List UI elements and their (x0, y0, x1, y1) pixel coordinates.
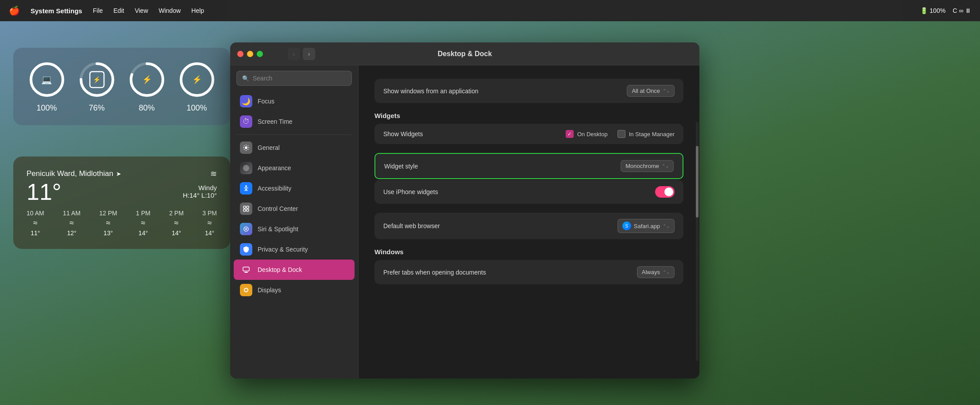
forward-button[interactable]: › (303, 48, 315, 60)
weather-temp: 11° (27, 180, 62, 203)
sidebar-label-siri-spotlight: Siri & Spotlight (258, 225, 298, 233)
sidebar-label-control-center: Control Center (258, 205, 298, 212)
windows-section-title: Windows (374, 248, 683, 256)
iphone-widgets-group: Use iPhone widgets (374, 180, 683, 204)
siri-icon (240, 223, 252, 235)
weather-forecast: 10 AM≈11° 11 AM≈12° 12 PM≈13° 1 PM≈14° 2… (27, 210, 217, 237)
minimize-button[interactable] (247, 51, 253, 57)
control-center-icon (240, 202, 252, 215)
menu-view[interactable]: View (135, 7, 148, 14)
iphone-widgets-toggle[interactable] (655, 186, 675, 198)
weather-location: Penicuik Ward, Midlothian ➤ ≋ (27, 169, 217, 179)
sidebar-item-siri-spotlight[interactable]: Siri & Spotlight (234, 219, 355, 239)
menu-edit[interactable]: Edit (113, 7, 124, 14)
default-browser-row: Default web browser S Safari.app ⌃⌄ (374, 213, 683, 239)
show-windows-select[interactable]: All at Once ⌃⌄ (627, 85, 675, 97)
svg-point-9 (243, 165, 249, 171)
sidebar-label-desktop-dock: Desktop & Dock (258, 266, 302, 273)
displays-icon (240, 284, 252, 296)
show-windows-group: Show windows from an application All at … (374, 79, 683, 103)
fullscreen-button[interactable] (257, 51, 263, 57)
nav-arrows: ‹ › (288, 48, 315, 60)
sidebar-item-accessibility[interactable]: Accessibility (234, 178, 355, 199)
general-icon (240, 141, 252, 154)
sidebar-label-appearance: Appearance (258, 164, 291, 172)
accessibility-icon (240, 182, 252, 195)
svg-rect-13 (243, 209, 246, 211)
appearance-icon (240, 162, 252, 174)
chevron-updown-icon: ⌃⌄ (663, 88, 670, 93)
show-widgets-row: Show Widgets ✓ On Desktop In Stage Manag… (374, 124, 683, 144)
svg-point-8 (245, 146, 247, 149)
prefer-tabs-row: Prefer tabs when opening documents Alway… (374, 260, 683, 284)
show-widgets-checkboxes: ✓ On Desktop In Stage Manager (566, 130, 675, 138)
weather-condition: Windy H:14° L:10° (183, 184, 217, 199)
battery-item-left: ⚡ 80% (127, 60, 166, 113)
sidebar-label-screen-time: Screen Time (258, 118, 293, 125)
in-stage-manager-label: In Stage Manager (629, 131, 675, 138)
content-area: Show windows from an application All at … (359, 65, 699, 378)
traffic-lights[interactable] (237, 51, 263, 57)
battery-item-macbook: 💻 100% (27, 60, 66, 113)
sidebar-item-privacy-security[interactable]: Privacy & Security (234, 239, 355, 260)
svg-point-10 (245, 185, 247, 187)
widget-style-row: Widget style Monochrome ⌃⌄ (374, 153, 683, 179)
chevron-updown-icon2: ⌃⌄ (662, 164, 669, 168)
scrollbar-thumb[interactable] (696, 146, 698, 218)
show-windows-value: All at Once (632, 88, 660, 94)
widget-style-label: Widget style (384, 163, 418, 170)
show-windows-row: Show windows from an application All at … (374, 79, 683, 103)
scrollbar-track (696, 122, 698, 361)
back-button[interactable]: ‹ (288, 48, 300, 60)
chevron-updown-icon3: ⌃⌄ (663, 224, 670, 229)
battery-item-right: ⚡ 100% (177, 60, 216, 113)
prefer-tabs-value: Always (642, 269, 660, 275)
sidebar-item-control-center[interactable]: Control Center (234, 199, 355, 219)
sidebar-item-appearance[interactable]: Appearance (234, 158, 355, 178)
windows-group: Prefer tabs when opening documents Alway… (374, 260, 683, 284)
sidebar-item-general[interactable]: General (234, 138, 355, 158)
menubar-right: 🔋 100% C ∞ ⏸ (920, 7, 971, 14)
menu-window[interactable]: Window (159, 7, 181, 14)
search-icon: 🔍 (242, 75, 249, 82)
menubar-battery: 🔋 100% (920, 7, 945, 14)
default-browser-label: Default web browser (383, 222, 440, 229)
sidebar-label-displays: Displays (258, 287, 281, 294)
menubar: 🍎 System Settings File Edit View Window … (0, 0, 980, 21)
widgets-group: Show Widgets ✓ On Desktop In Stage Manag… (374, 124, 683, 144)
svg-rect-14 (247, 209, 249, 211)
menu-help[interactable]: Help (191, 7, 204, 14)
battery-item-case: ⚡ 76% (77, 60, 116, 113)
sidebar-item-desktop-dock[interactable]: Desktop & Dock (234, 260, 355, 280)
iphone-widgets-label: Use iPhone widgets (383, 188, 438, 195)
svg-rect-18 (244, 272, 248, 273)
default-browser-value: Safari.app (634, 223, 660, 229)
prefer-tabs-label: Prefer tabs when opening documents (383, 269, 486, 276)
apple-menu[interactable]: 🍎 (9, 5, 20, 16)
sidebar: 🔍 Search 🌙 Focus ⏱ Screen Time General (230, 65, 359, 378)
menu-file[interactable]: File (93, 7, 103, 14)
close-button[interactable] (237, 51, 243, 57)
weather-widget: Penicuik Ward, Midlothian ➤ ≋ 11° Windy … (13, 157, 230, 249)
search-field[interactable]: 🔍 Search (236, 71, 352, 86)
default-browser-select[interactable]: S Safari.app ⌃⌄ (617, 219, 675, 233)
widget-style-select[interactable]: Monochrome ⌃⌄ (621, 160, 674, 172)
svg-rect-17 (243, 267, 249, 271)
default-browser-group: Default web browser S Safari.app ⌃⌄ (374, 213, 683, 239)
svg-rect-11 (243, 206, 246, 208)
window-title: Desktop & Dock (438, 50, 492, 58)
safari-icon: S (622, 222, 631, 230)
prefer-tabs-select[interactable]: Always ⌃⌄ (637, 266, 675, 278)
sidebar-item-screen-time[interactable]: ⏱ Screen Time (234, 111, 355, 132)
show-windows-label: Show windows from an application (383, 88, 478, 95)
search-placeholder: Search (253, 75, 272, 82)
sidebar-item-focus[interactable]: 🌙 Focus (234, 91, 355, 111)
chevron-updown-icon4: ⌃⌄ (663, 270, 670, 275)
on-desktop-checkbox[interactable]: ✓ (566, 130, 574, 138)
sidebar-item-displays[interactable]: Displays (234, 280, 355, 300)
desktop-dock-icon (240, 264, 252, 276)
in-stage-manager-checkbox[interactable] (617, 130, 625, 138)
svg-point-16 (245, 228, 247, 230)
settings-window: ‹ › Desktop & Dock 🔍 Search 🌙 Focus ⏱ Sc… (230, 42, 699, 378)
on-desktop-label: On Desktop (577, 131, 608, 138)
